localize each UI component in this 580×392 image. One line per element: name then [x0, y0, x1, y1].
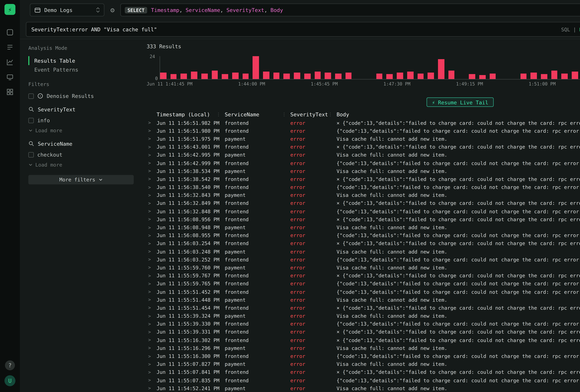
col-body[interactable]: Body	[336, 111, 349, 117]
expand-chevron-icon[interactable]: >	[147, 193, 156, 198]
table-row[interactable]: >Jun 11 1:56:51.982 PMfrontenderror× {"c…	[147, 119, 580, 127]
settings-gear-icon[interactable]: ⚙	[110, 6, 115, 13]
expand-chevron-icon[interactable]: >	[147, 281, 156, 286]
table-row[interactable]: >Jun 11 1:55:59.765 PMfrontenderror{"cod…	[147, 280, 580, 288]
select-clause-input[interactable]: SELECT Timestamp, ServiceName, SeverityT…	[121, 3, 580, 16]
histogram-bar[interactable]	[520, 73, 527, 79]
monitor-nav-icon[interactable]	[5, 73, 14, 82]
table-row[interactable]: >Jun 11 1:55:39.324 PMpaymenterrorVisa c…	[147, 312, 580, 320]
expand-chevron-icon[interactable]: >	[147, 265, 156, 270]
load-more-servicename[interactable]: Load more	[28, 162, 134, 167]
facet-servicename-name[interactable]: ServiceName	[28, 141, 134, 146]
table-row[interactable]: >Jun 11 1:56:51.975 PMpaymenterrorVisa c…	[147, 135, 580, 143]
table-row[interactable]: >Jun 11 1:56:03.248 PMpaymenterrorVisa c…	[147, 248, 580, 256]
app-logo[interactable]: ⚡	[4, 4, 15, 15]
table-row[interactable]: >Jun 11 1:56:42.999 PMfrontenderror{"cod…	[147, 159, 580, 167]
col-timestamp[interactable]: Timestamp (Local)	[156, 111, 210, 117]
expand-chevron-icon[interactable]: >	[147, 217, 156, 222]
expand-chevron-icon[interactable]: >	[147, 169, 156, 174]
load-more-severitytext[interactable]: Load more	[28, 128, 134, 133]
expand-chevron-icon[interactable]: >	[147, 152, 156, 157]
histogram-bar[interactable]	[345, 72, 352, 79]
expand-chevron-icon[interactable]: >	[147, 338, 156, 343]
table-row[interactable]: >Jun 11 1:55:07.835 PMfrontenderror{"cod…	[147, 376, 580, 384]
histogram-bar[interactable]	[541, 74, 547, 79]
user-avatar[interactable]: U	[4, 375, 15, 386]
search-query-input[interactable]: SeverityText:error AND "Visa cache full"…	[26, 22, 580, 37]
histogram-bar[interactable]	[253, 56, 259, 79]
expand-chevron-icon[interactable]: >	[147, 305, 156, 310]
expand-chevron-icon[interactable]: >	[147, 129, 156, 133]
checkbox[interactable]	[28, 118, 34, 123]
histogram-bar[interactable]	[562, 73, 568, 79]
chart-nav-icon[interactable]	[5, 58, 14, 67]
facet-option-info[interactable]: info	[28, 117, 134, 123]
histogram-bar[interactable]	[222, 74, 228, 79]
expand-chevron-icon[interactable]: >	[147, 313, 156, 318]
expand-chevron-icon[interactable]: >	[147, 241, 156, 246]
checkbox[interactable]	[28, 152, 34, 157]
sql-mode-toggle[interactable]: SQL	[561, 26, 570, 32]
table-row[interactable]: >Jun 11 1:55:16.302 PMfrontenderror× {"c…	[147, 336, 580, 344]
histogram-bar[interactable]	[407, 71, 413, 79]
expand-chevron-icon[interactable]: >	[147, 233, 156, 238]
expand-chevron-icon[interactable]: >	[147, 329, 156, 334]
table-row[interactable]: >Jun 11 1:56:38.542 PMfrontenderror× {"c…	[147, 175, 580, 183]
histogram-bar[interactable]	[191, 71, 197, 79]
expand-chevron-icon[interactable]: >	[147, 177, 156, 182]
histogram-bar[interactable]	[428, 72, 434, 79]
histogram-bar[interactable]	[170, 74, 177, 79]
table-row[interactable]: >Jun 11 1:55:51.452 PMfrontenderror{"cod…	[147, 288, 580, 296]
histogram-bar[interactable]	[489, 73, 496, 79]
expand-chevron-icon[interactable]: >	[147, 160, 156, 165]
expand-chevron-icon[interactable]: >	[147, 249, 156, 254]
help-button[interactable]: ?	[5, 360, 15, 370]
expand-chevron-icon[interactable]: >	[147, 386, 156, 391]
denoise-checkbox[interactable]	[28, 93, 34, 99]
column-menu-icon[interactable]: ⋮	[328, 112, 333, 117]
histogram-bar[interactable]	[232, 72, 238, 79]
histogram-bar[interactable]	[531, 72, 537, 79]
mode-event-patterns[interactable]: Event Patterns	[28, 65, 134, 74]
expand-chevron-icon[interactable]: >	[147, 321, 156, 326]
col-severitytext[interactable]: SeverityText	[290, 111, 328, 117]
table-row[interactable]: >Jun 11 1:56:08.956 PMfrontenderror× {"c…	[147, 215, 580, 223]
resume-live-tail-button[interactable]: ⚡ Resume Live Tail	[427, 97, 494, 107]
expand-chevron-icon[interactable]: >	[147, 346, 156, 351]
lucene-mode-toggle[interactable]: Lucene	[579, 26, 580, 32]
expand-chevron-icon[interactable]: >	[147, 225, 156, 230]
table-row[interactable]: >Jun 11 1:54:52.241 PMpaymenterrorVisa c…	[147, 384, 580, 392]
table-row[interactable]: >Jun 11 1:55:39.330 PMfrontenderror{"cod…	[147, 320, 580, 328]
histogram-bar[interactable]	[242, 73, 249, 79]
histogram-bar[interactable]	[397, 72, 403, 79]
histogram-bar[interactable]	[304, 73, 310, 79]
table-row[interactable]: >Jun 11 1:55:16.296 PMpaymenterrorVisa c…	[147, 344, 580, 352]
histogram-bar[interactable]	[551, 70, 558, 79]
histogram-bar[interactable]	[263, 71, 269, 79]
histogram-bar[interactable]	[284, 73, 290, 79]
table-row[interactable]: >Jun 11 1:56:03.254 PMfrontenderror× {"c…	[147, 240, 580, 248]
histogram-bar[interactable]	[181, 73, 187, 79]
expand-chevron-icon[interactable]: >	[147, 201, 156, 206]
table-row[interactable]: >Jun 11 1:55:07.841 PMfrontenderror× {"c…	[147, 368, 580, 376]
expand-chevron-icon[interactable]: >	[147, 185, 156, 190]
expand-chevron-icon[interactable]: >	[147, 362, 156, 367]
column-menu-icon[interactable]: ⋮	[282, 112, 287, 117]
table-row[interactable]: >Jun 11 1:56:43.001 PMfrontenderror× {"c…	[147, 143, 580, 151]
expand-chevron-icon[interactable]: >	[147, 209, 156, 214]
histogram-bar[interactable]	[387, 74, 393, 79]
col-servicename[interactable]: ServiceName	[225, 111, 259, 117]
expand-chevron-icon[interactable]: >	[147, 289, 156, 294]
table-row[interactable]: >Jun 11 1:56:32.848 PMfrontenderror{"cod…	[147, 207, 580, 215]
expand-chevron-icon[interactable]: >	[147, 354, 156, 359]
expand-chevron-icon[interactable]: >	[147, 273, 156, 278]
table-row[interactable]: >Jun 11 1:55:39.331 PMfrontenderror× {"c…	[147, 328, 580, 336]
expand-chevron-icon[interactable]: >	[147, 378, 156, 383]
table-row[interactable]: >Jun 11 1:56:08.948 PMpaymenterrorVisa c…	[147, 223, 580, 231]
histogram-bar[interactable]	[417, 73, 424, 79]
expand-chevron-icon[interactable]: >	[147, 257, 156, 262]
expand-chevron-icon[interactable]: >	[147, 297, 156, 302]
expand-chevron-icon[interactable]: >	[147, 136, 156, 141]
histogram-bar[interactable]	[479, 75, 485, 79]
histogram-bar[interactable]	[572, 71, 578, 79]
